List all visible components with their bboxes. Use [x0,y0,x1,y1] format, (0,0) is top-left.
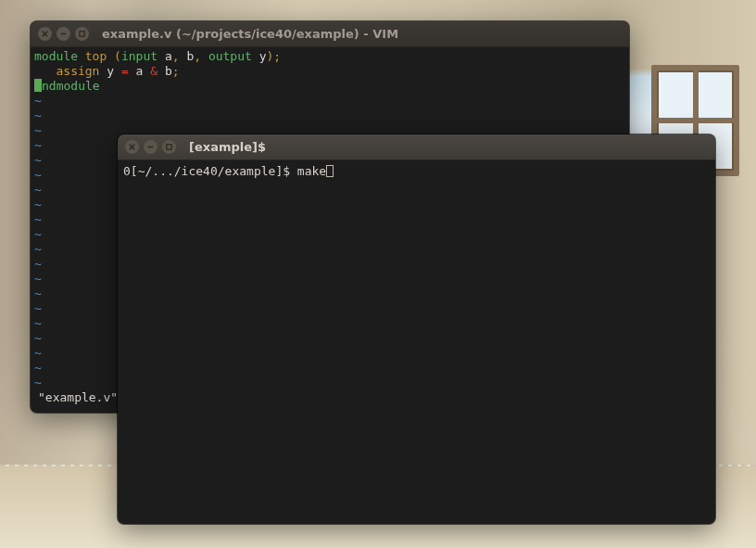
syntax-ident: y [259,49,267,63]
vim-window-controls [38,27,89,41]
syntax-keyword: assign [56,64,99,78]
syntax-ident: b [165,64,172,78]
terminal-body[interactable]: 0[~/.../ice40/example]$ make [118,160,715,183]
minimize-icon[interactable] [144,140,158,154]
vim-empty-line: ~ [34,183,42,197]
svg-rect-1 [167,145,171,149]
vim-empty-line: ~ [34,272,42,286]
syntax-paren: ( [114,49,121,63]
syntax-semi: ; [172,64,180,78]
close-icon[interactable] [38,27,52,41]
vim-empty-line: ~ [34,138,42,152]
vim-empty-line: ~ [34,227,42,241]
syntax-ident: top [85,49,107,63]
syntax-keyword: output [208,49,252,63]
terminal-titlebar[interactable]: [example]$ [118,134,715,160]
vim-cursor [34,79,42,92]
vim-empty-line: ~ [34,287,42,300]
terminal-cursor [326,165,334,177]
vim-empty-line: ~ [34,168,42,182]
vim-window-title: example.v (~/projects/ice40/example) - V… [102,27,398,41]
vim-empty-line: ~ [34,94,42,108]
maximize-icon[interactable] [162,140,176,154]
vim-empty-line: ~ [34,301,42,315]
terminal-command: make [297,164,326,178]
vim-empty-line: ~ [34,361,42,375]
vim-empty-line: ~ [34,257,42,271]
terminal-prompt-path: ~/.../ice40/example [138,164,276,178]
syntax-keyword: module [34,49,78,63]
syntax-op: & [150,64,158,78]
syntax-ident: a [165,49,172,63]
syntax-op: = [121,64,129,78]
syntax-keyword: ndmodule [42,79,100,93]
syntax-comma: , [172,49,180,63]
vim-empty-line: ~ [34,242,42,256]
vim-empty-line: ~ [34,316,42,330]
terminal-window-controls [125,140,176,154]
vim-empty-line: ~ [34,153,42,167]
minimize-icon[interactable] [57,27,70,41]
vim-empty-line: ~ [34,346,42,360]
vim-empty-line: ~ [34,212,42,226]
syntax-keyword: input [121,49,158,63]
vim-empty-line: ~ [34,331,42,345]
close-icon[interactable] [125,140,139,154]
syntax-ident: a [136,64,144,78]
vim-empty-line: ~ [34,376,42,389]
vim-empty-line: ~ [34,198,42,211]
terminal-window-title: [example]$ [189,140,266,154]
terminal-window[interactable]: [example]$ 0[~/.../ice40/example]$ make [118,134,715,524]
maximize-icon[interactable] [75,27,89,41]
terminal-prompt-prefix: 0[ [123,164,138,178]
vim-empty-line: ~ [34,108,42,122]
terminal-prompt-suffix: ]$ [275,164,296,178]
vim-status-line: "example.v" [34,390,118,404]
syntax-paren: ); [267,49,282,63]
svg-rect-0 [80,32,84,36]
vim-titlebar[interactable]: example.v (~/projects/ice40/example) - V… [31,21,629,47]
vim-empty-line: ~ [34,123,42,137]
code-indent [34,64,56,78]
syntax-comma: , [194,49,201,63]
syntax-ident: y [107,64,114,78]
